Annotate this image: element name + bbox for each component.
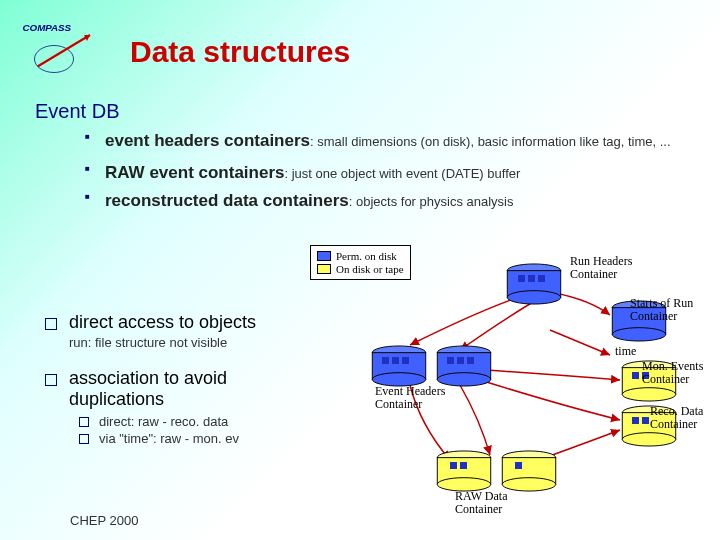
- svg-point-6: [507, 291, 560, 304]
- q-direct-access-sub: run: file structure not visible: [69, 335, 329, 350]
- run-headers-cyl: [505, 263, 563, 305]
- time-label: time: [615, 345, 636, 358]
- diagram: Perm. on disk On disk or tape Run Header…: [310, 245, 710, 505]
- reco-data-label: Reco. Data Container: [650, 405, 703, 431]
- svg-point-27: [502, 478, 555, 491]
- raw-data-label: RAW Data Container: [455, 490, 507, 516]
- svg-point-18: [622, 388, 675, 401]
- section-heading: Event DB: [35, 100, 710, 123]
- run-headers-label: Run Headers Container: [570, 255, 632, 281]
- raw-data-cyl-1: [435, 450, 493, 492]
- event-headers-cyl-2: [435, 345, 493, 387]
- q-direct-access: direct access to objects: [45, 312, 325, 333]
- compass-logo: COMPASS: [20, 20, 100, 80]
- event-headers-cyl-1: [370, 345, 428, 387]
- q-association: association to avoid duplications: [45, 368, 325, 410]
- starts-run-label: Starts of Run Container: [630, 297, 693, 323]
- slide-title: Data structures: [130, 35, 350, 69]
- svg-text:COMPASS: COMPASS: [23, 22, 72, 33]
- bullet-2: RAW event containers: just one object wi…: [85, 161, 710, 185]
- raw-data-cyl-2: [500, 450, 558, 492]
- footer: CHEP 2000: [70, 513, 138, 528]
- event-headers-label: Event Headers Container: [375, 385, 445, 411]
- bullet-3: reconstructed data containers: objects f…: [85, 189, 710, 213]
- mon-events-label: Mon. Events Container: [642, 360, 703, 386]
- svg-line-1: [38, 35, 91, 67]
- svg-point-21: [622, 433, 675, 446]
- svg-point-9: [612, 328, 665, 341]
- bullet-1: event headers containers: small dimensio…: [85, 129, 710, 153]
